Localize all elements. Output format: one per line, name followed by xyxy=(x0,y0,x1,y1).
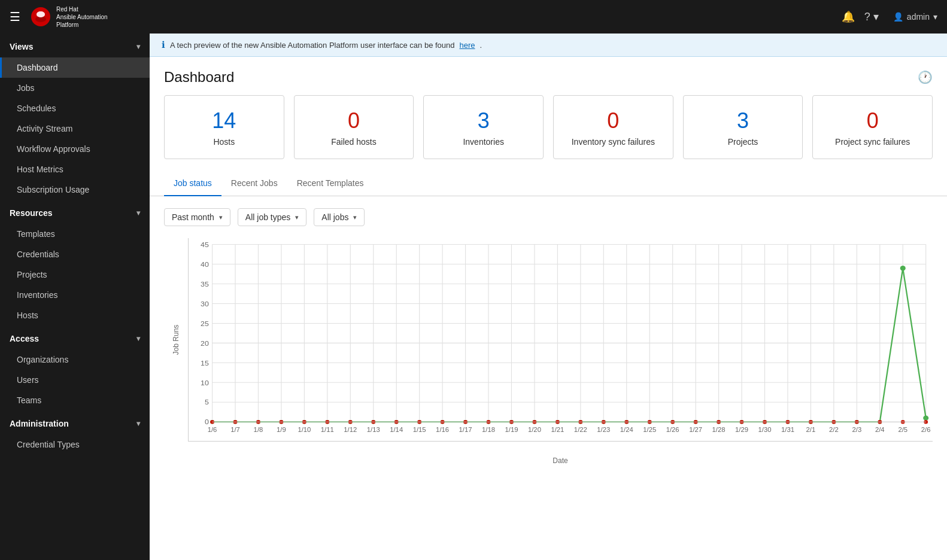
sidebar-item-schedules[interactable]: Schedules xyxy=(0,98,150,118)
sidebar-item-organizations[interactable]: Organizations xyxy=(0,349,150,370)
sidebar-item-jobs[interactable]: Jobs xyxy=(0,78,150,98)
chart-area: 0510152025303540451/61/71/81/91/101/111/… xyxy=(188,238,933,442)
sidebar-item-host-metrics[interactable]: Host Metrics xyxy=(0,159,150,179)
stat-number-hosts: 14 xyxy=(174,108,274,133)
sidebar-item-teams[interactable]: Teams xyxy=(0,390,150,410)
access-section-header[interactable]: Access ▾ xyxy=(0,325,150,349)
svg-text:1/31: 1/31 xyxy=(781,427,794,434)
tab-recent-jobs[interactable]: Recent Jobs xyxy=(221,171,287,196)
banner-link[interactable]: here xyxy=(460,41,475,50)
svg-text:1/18: 1/18 xyxy=(482,427,495,434)
hamburger-menu[interactable]: ☰ xyxy=(10,10,20,24)
svg-text:2/5: 2/5 xyxy=(898,427,907,434)
svg-text:1/16: 1/16 xyxy=(436,427,449,434)
svg-text:1/26: 1/26 xyxy=(666,427,679,434)
sidebar-item-workflow-approvals[interactable]: Workflow Approvals xyxy=(0,139,150,159)
job-types-label: All job types xyxy=(245,212,290,222)
app-body: Views ▾ DashboardJobsSchedulesActivity S… xyxy=(0,34,947,560)
job-types-filter[interactable]: All job types ▾ xyxy=(238,208,306,226)
page-title: Dashboard xyxy=(164,69,234,86)
views-chevron: ▾ xyxy=(136,42,140,51)
administration-section-header[interactable]: Administration ▾ xyxy=(0,410,150,434)
period-filter[interactable]: Past month ▾ xyxy=(164,208,230,226)
svg-text:1/25: 1/25 xyxy=(643,427,656,434)
stat-number-projects: 3 xyxy=(693,108,793,133)
svg-text:2/4: 2/4 xyxy=(875,427,885,434)
access-items: OrganizationsUsersTeams xyxy=(0,349,150,410)
stat-label-inventories: Inventories xyxy=(433,137,533,147)
sidebar-item-inventories[interactable]: Inventories xyxy=(0,285,150,305)
svg-text:1/23: 1/23 xyxy=(597,427,610,434)
resources-items: TemplatesCredentialsProjectsInventoriesH… xyxy=(0,224,150,325)
svg-text:25: 25 xyxy=(201,319,209,328)
sidebar-item-credential-types[interactable]: Credential Types xyxy=(0,434,150,455)
y-axis-label: Job Runs xyxy=(172,325,180,355)
svg-text:1/13: 1/13 xyxy=(367,427,380,434)
sidebar-item-credentials[interactable]: Credentials xyxy=(0,244,150,264)
user-label: admin xyxy=(907,12,930,22)
tabs-row: Job statusRecent JobsRecent Templates xyxy=(150,171,947,196)
sidebar-item-dashboard[interactable]: Dashboard xyxy=(0,57,150,78)
svg-point-119 xyxy=(900,266,906,270)
svg-text:1/21: 1/21 xyxy=(551,427,564,434)
svg-text:20: 20 xyxy=(201,339,209,348)
svg-text:5: 5 xyxy=(205,398,209,407)
sidebar-item-templates[interactable]: Templates xyxy=(0,224,150,244)
sidebar-item-subscription-usage[interactable]: Subscription Usage xyxy=(0,179,150,200)
svg-text:1/19: 1/19 xyxy=(505,427,518,434)
sidebar-item-users[interactable]: Users xyxy=(0,370,150,390)
notifications-button[interactable]: 🔔 xyxy=(842,10,855,23)
tab-recent-templates[interactable]: Recent Templates xyxy=(287,171,374,196)
svg-text:1/7: 1/7 xyxy=(230,427,240,434)
user-menu[interactable]: 👤 admin ▾ xyxy=(893,12,937,22)
administration-chevron: ▾ xyxy=(136,419,140,428)
help-button[interactable]: ? ▾ xyxy=(864,10,879,23)
sidebar-item-projects[interactable]: Projects xyxy=(0,264,150,285)
info-icon: ℹ xyxy=(162,39,165,50)
stat-label-project-sync-failures: Project sync failures xyxy=(822,137,922,147)
chart-section: Past month ▾ All job types ▾ All jobs ▾ … xyxy=(150,196,947,560)
svg-text:1/29: 1/29 xyxy=(735,427,748,434)
resources-section-header[interactable]: Resources ▾ xyxy=(0,200,150,224)
stat-label-hosts: Hosts xyxy=(174,137,274,147)
stat-label-failed-hosts: Failed hosts xyxy=(304,137,404,147)
svg-text:1/8: 1/8 xyxy=(254,427,263,434)
jobs-label: All jobs xyxy=(321,212,348,222)
svg-text:1/9: 1/9 xyxy=(277,427,286,434)
svg-text:30: 30 xyxy=(201,300,209,308)
x-axis-label: Date xyxy=(553,456,567,465)
main-content: ℹ A tech preview of the new Ansible Auto… xyxy=(150,34,947,560)
stat-card-project-sync-failures: 0 Project sync failures xyxy=(812,95,933,159)
nav-icons: 🔔 ? ▾ 👤 admin ▾ xyxy=(842,10,937,23)
stat-card-inventories: 3 Inventories xyxy=(423,95,544,159)
sidebar-item-hosts[interactable]: Hosts xyxy=(0,305,150,325)
svg-text:2/3: 2/3 xyxy=(852,427,861,434)
svg-text:15: 15 xyxy=(201,359,209,367)
stat-card-hosts: 14 Hosts xyxy=(164,95,284,159)
svg-text:1/22: 1/22 xyxy=(574,427,587,434)
svg-text:2/6: 2/6 xyxy=(921,427,931,434)
svg-text:1/11: 1/11 xyxy=(321,427,334,434)
views-items: DashboardJobsSchedulesActivity StreamWor… xyxy=(0,57,150,200)
period-label: Past month xyxy=(172,212,214,222)
stat-card-projects: 3 Projects xyxy=(683,95,803,159)
svg-text:1/17: 1/17 xyxy=(459,427,472,434)
chart-container: Job Runs 0510152025303540451/61/71/81/91… xyxy=(164,238,933,465)
resources-label: Resources xyxy=(10,208,53,218)
chart-svg: 0510152025303540451/61/71/81/91/101/111/… xyxy=(189,238,933,441)
job-types-caret: ▾ xyxy=(295,214,299,221)
svg-text:1/10: 1/10 xyxy=(298,427,311,434)
top-nav: ☰ Red Hat Ansible Automation Platform 🔔 … xyxy=(0,0,947,34)
svg-text:1/28: 1/28 xyxy=(712,427,726,434)
svg-text:10: 10 xyxy=(201,379,209,387)
views-section-header[interactable]: Views ▾ xyxy=(0,34,150,57)
history-icon[interactable]: 🕐 xyxy=(918,70,933,84)
sidebar-item-activity-stream[interactable]: Activity Stream xyxy=(0,118,150,139)
stat-card-failed-hosts: 0 Failed hosts xyxy=(294,95,414,159)
jobs-filter[interactable]: All jobs ▾ xyxy=(314,208,365,226)
tab-job-status[interactable]: Job status xyxy=(164,171,221,196)
user-caret: ▾ xyxy=(933,12,937,22)
views-label: Views xyxy=(10,42,33,51)
user-icon: 👤 xyxy=(893,12,903,22)
brand-text: Red Hat Ansible Automation Platform xyxy=(56,5,108,29)
